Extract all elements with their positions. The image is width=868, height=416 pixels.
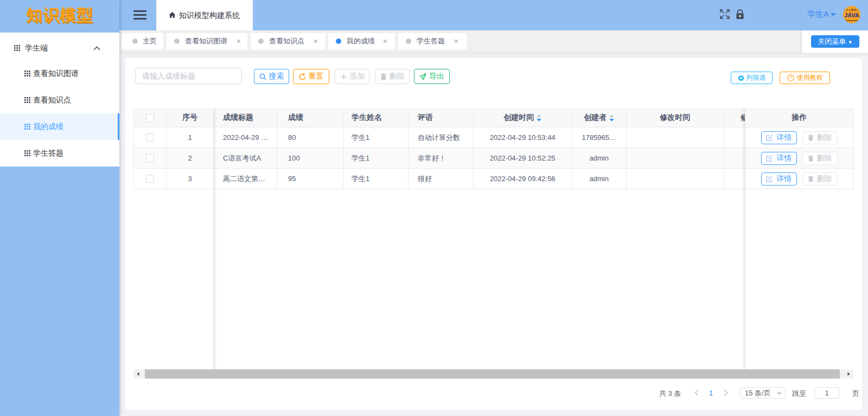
- svg-text:?: ?: [789, 75, 792, 80]
